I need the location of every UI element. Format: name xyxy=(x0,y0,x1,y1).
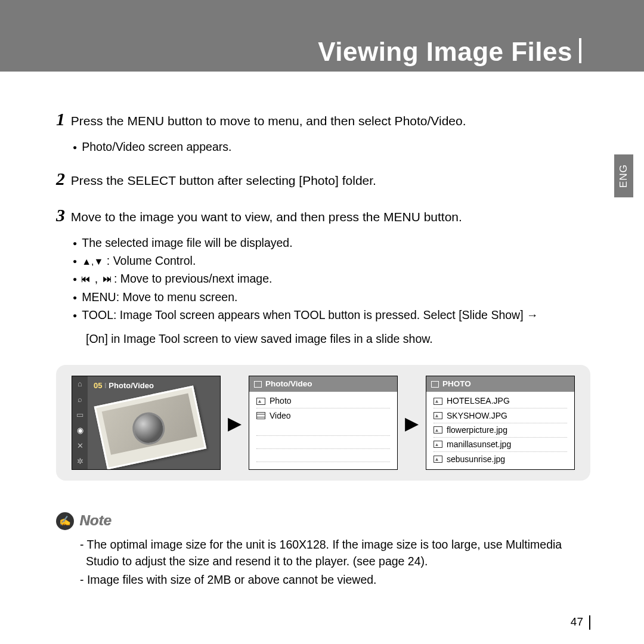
arrow-right-icon: ▶ xyxy=(228,410,242,436)
title-rule xyxy=(579,38,581,63)
folder-icon: ▭ xyxy=(76,410,83,421)
screen-name: Photo/Video xyxy=(109,381,154,390)
image-icon xyxy=(434,412,442,419)
camera-icon: ◉ xyxy=(77,425,83,436)
step-1-sub: Photo/Video screen appears. xyxy=(73,138,590,155)
search-icon: ⌕ xyxy=(78,394,82,405)
bullet-text: Photo/Video screen appears. xyxy=(73,138,590,155)
sidebar-icons: ⌂ ⌕ ▭ ◉ ✕ ✲ xyxy=(72,376,88,469)
bullet-skip: , : Move to previous/next image. xyxy=(73,270,590,287)
image-icon xyxy=(256,398,265,405)
step-number: 3 xyxy=(56,205,65,225)
bullet-text: TOOL: Image Tool screen appears when TOO… xyxy=(73,306,590,323)
header-label: Photo/Video xyxy=(265,378,312,390)
language-tab: ENG xyxy=(614,154,633,197)
screens-panel: ⌂ ⌕ ▭ ◉ ✕ ✲ 05 I Photo/Video ▶ xyxy=(56,365,590,481)
step-text: Press the MENU button to move to menu, a… xyxy=(71,114,466,128)
settings-icon: ✲ xyxy=(77,456,83,467)
item-label: flowerpicture.jpg xyxy=(447,424,507,436)
bullet-continuation: [On] in Image Tool screen to view saved … xyxy=(86,330,590,347)
note-header: ✍ Note xyxy=(56,510,590,531)
page-number: 47 xyxy=(571,615,583,628)
file-list: HOTELSEA.JPG SKYSHOW.JPG flowerpicture.j… xyxy=(426,392,574,466)
list-item: Video xyxy=(256,408,390,422)
header-bar: Viewing Image Files xyxy=(0,0,644,72)
note-item: The optimal image size for the unit is 1… xyxy=(86,536,590,570)
photo-graphic xyxy=(94,386,207,470)
step-3: 3 Move to the image you want to view, an… xyxy=(56,202,590,228)
list-item: Photo xyxy=(256,394,390,408)
image-icon xyxy=(434,441,442,448)
svg-marker-3 xyxy=(103,277,107,283)
screen-menu: ⌂ ⌕ ▭ ◉ ✕ ✲ 05 I Photo/Video xyxy=(72,376,221,470)
radio-icon: ⌂ xyxy=(78,379,82,390)
list-item: SKYSHOW.JPG xyxy=(434,408,567,423)
note-section: ✍ Note The optimal image size for the un… xyxy=(56,510,590,588)
header-label: PHOTO xyxy=(442,378,471,390)
bullet-volume: ▲,▼ : Volume Control. xyxy=(73,252,590,269)
item-label: sebusunrise.jpg xyxy=(447,453,505,465)
step-2: 2 Press the SELECT button after selectin… xyxy=(56,166,590,192)
item-label: SKYSHOW.JPG xyxy=(447,410,507,422)
page-title: Viewing Image Files xyxy=(318,37,572,67)
item-label: HOTELSEA.JPG xyxy=(447,395,510,407)
screen-photo-video: Photo/Video Photo Video xyxy=(249,376,398,470)
arrow-right-icon: ▶ xyxy=(405,410,419,436)
blank-rows xyxy=(249,423,397,470)
list-item: sebusunrise.jpg xyxy=(434,452,567,466)
prev-next-icon: , xyxy=(82,272,110,285)
item-label: Photo xyxy=(270,395,292,407)
note-label: Note xyxy=(80,510,112,531)
item-label: manillasunset.jpg xyxy=(447,438,511,450)
svg-rect-2 xyxy=(82,277,82,283)
bullet-text: The selected image file will be displaye… xyxy=(73,234,590,251)
screen-header: Photo/Video xyxy=(249,376,397,392)
list-item: HOTELSEA.JPG xyxy=(434,394,567,408)
list-item: flowerpicture.jpg xyxy=(434,423,567,438)
folder-icon xyxy=(254,381,262,388)
screen-body: 05 I Photo/Video xyxy=(88,376,220,469)
page-rule xyxy=(589,615,591,630)
up-down-icon: ▲,▼ xyxy=(82,256,103,267)
file-list: Photo Video xyxy=(249,392,397,423)
step-3-sub: The selected image file will be displaye… xyxy=(73,234,590,323)
note-list: The optimal image size for the unit is 1… xyxy=(86,536,590,588)
step-text: Move to the image you want to view, and … xyxy=(71,210,462,224)
note-item: Image files with size of 2MB or above ca… xyxy=(86,571,590,588)
image-icon xyxy=(434,456,442,463)
bullet-text: MENU: Move to menu screen. xyxy=(73,289,590,305)
content-area: 1 Press the MENU button to move to menu,… xyxy=(0,72,644,588)
screen-number: 05 xyxy=(94,381,102,390)
image-icon xyxy=(434,398,442,405)
step-text: Press the SELECT button after selecting … xyxy=(71,174,376,187)
step-number: 1 xyxy=(56,109,65,129)
screen-photo-list: PHOTO HOTELSEA.JPG SKYSHOW.JPG flowerpic… xyxy=(426,376,575,470)
video-icon xyxy=(256,412,265,419)
screen-label: 05 I Photo/Video xyxy=(88,376,220,392)
svg-marker-1 xyxy=(86,277,89,283)
list-item: manillasunset.jpg xyxy=(434,438,567,452)
game-icon: ✕ xyxy=(77,441,83,452)
screen-header: PHOTO xyxy=(426,376,574,392)
image-icon xyxy=(434,426,442,434)
item-label: Video xyxy=(270,410,291,422)
step-1: 1 Press the MENU button to move to menu,… xyxy=(56,106,590,132)
folder-icon xyxy=(431,381,439,388)
step-number: 2 xyxy=(56,169,65,188)
note-icon: ✍ xyxy=(56,512,74,530)
